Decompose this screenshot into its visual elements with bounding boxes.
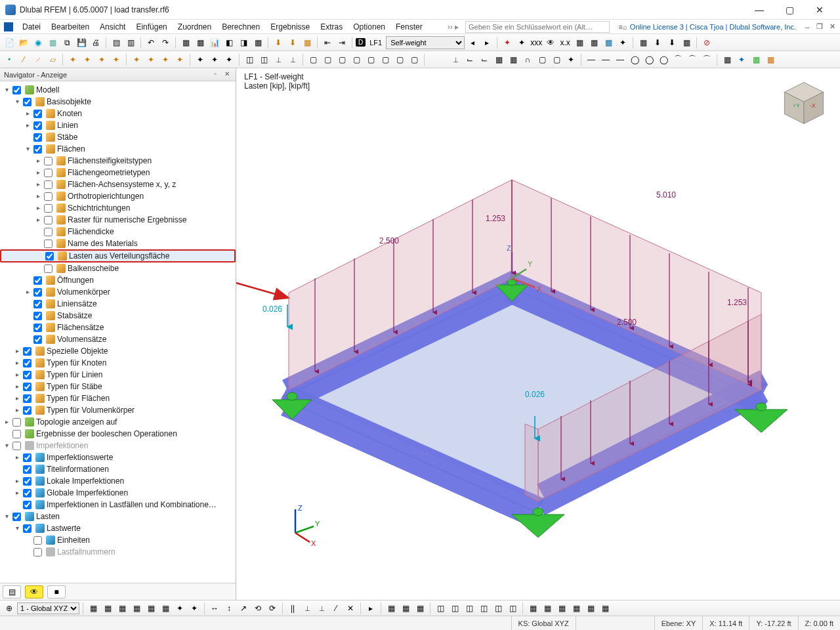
t2-s8[interactable]: ⌒: [686, 53, 699, 66]
chk-tfl[interactable]: [23, 394, 32, 403]
chk-titel[interactable]: [23, 465, 32, 474]
chk-einh[interactable]: [33, 536, 42, 545]
bb-30[interactable]: ▦: [541, 602, 554, 615]
chk-fldicke[interactable]: [44, 228, 52, 236]
result-icon[interactable]: ◧: [222, 36, 236, 49]
t2-v3[interactable]: ⌙: [478, 53, 491, 66]
chk-impk[interactable]: [23, 501, 32, 509]
table1-icon[interactable]: ▦: [179, 36, 192, 49]
bb-32[interactable]: ▦: [570, 602, 583, 615]
tree-tfl[interactable]: Typen für Flächen: [47, 392, 110, 404]
close-button[interactable]: ✕: [805, 0, 835, 20]
bb-8[interactable]: ✦: [188, 602, 201, 615]
tree-tst[interactable]: Typen für Stäbe: [47, 381, 102, 392]
maximize-button[interactable]: ▢: [774, 0, 805, 20]
t2-s9[interactable]: ⌒: [700, 53, 713, 66]
report-icon[interactable]: ▦: [251, 36, 264, 49]
tree-flortho[interactable]: Orthotropierichtungen: [68, 190, 144, 202]
bb-29[interactable]: ▦: [526, 602, 539, 615]
bb-25[interactable]: ◫: [463, 602, 476, 615]
tree-tli[interactable]: Typen für Linien: [47, 369, 102, 381]
t2-11[interactable]: ✦: [159, 53, 172, 66]
app-menu-icon[interactable]: [4, 22, 13, 32]
menu-berechnen[interactable]: Berechnen: [217, 21, 265, 33]
menu-ergebnisse[interactable]: Ergebnisse: [265, 21, 315, 33]
bb-7[interactable]: ✦: [173, 602, 186, 615]
chk-flsteif[interactable]: [44, 157, 52, 165]
t2-s1[interactable]: —: [585, 53, 598, 66]
chk-global[interactable]: [23, 489, 32, 497]
bb-26[interactable]: ◫: [477, 602, 490, 615]
vis3-icon[interactable]: xxx: [530, 36, 543, 49]
cs-icon[interactable]: ⊕: [3, 602, 16, 615]
chk-volk[interactable]: [33, 288, 42, 297]
vis1-icon[interactable]: ✦: [501, 36, 514, 49]
bb-20[interactable]: ▦: [385, 602, 398, 615]
chk-boole[interactable]: [12, 430, 21, 438]
t2-14[interactable]: ✦: [208, 53, 221, 66]
t2-7[interactable]: ✦: [95, 53, 108, 66]
tree-staebe[interactable]: Stäbe: [57, 131, 77, 143]
menu-fenster[interactable]: Fenster: [390, 21, 428, 33]
navigator-pin-icon[interactable]: ▫: [211, 70, 220, 79]
save-icon[interactable]: 💾: [75, 36, 88, 49]
tree-volsatz[interactable]: Volumensätze: [57, 333, 106, 345]
vis9-icon[interactable]: ✦: [616, 36, 629, 49]
menu-ansicht[interactable]: Ansicht: [94, 21, 131, 33]
t2-25[interactable]: ▢: [379, 53, 392, 66]
mdi-close[interactable]: ✕: [827, 22, 837, 31]
t2-g4[interactable]: ▦: [764, 53, 777, 66]
ext4-icon[interactable]: ▦: [680, 36, 693, 49]
tree-flmat[interactable]: Name des Materials: [68, 238, 138, 249]
bb-28[interactable]: ◫: [506, 602, 519, 615]
coord-system-select[interactable]: 1 - Global XYZ: [17, 602, 79, 614]
t2-18[interactable]: ⟂: [272, 53, 285, 66]
loadcase-select[interactable]: Self-weight: [386, 36, 465, 49]
tree-global[interactable]: Globale Imperfektionen: [47, 487, 128, 499]
tree-flbalken[interactable]: Balkenscheibe: [68, 262, 119, 274]
tree-flsatz[interactable]: Flächensätze: [57, 322, 104, 333]
chk-spez[interactable]: [23, 347, 32, 356]
t2-g3[interactable]: ▦: [749, 53, 763, 66]
bb-6[interactable]: ▦: [159, 602, 172, 615]
nav-tab-display[interactable]: 👁: [25, 585, 43, 598]
chk-tkn[interactable]: [23, 359, 32, 368]
vis5-icon[interactable]: x.x: [558, 36, 572, 49]
t2-6[interactable]: ✦: [81, 53, 94, 66]
navigator-tree[interactable]: ▾Modell ▾Basisobjekte ▸Knoten ▸Linien St…: [0, 81, 236, 583]
ext3-icon[interactable]: ⬇: [665, 36, 679, 49]
t2-v5[interactable]: ▦: [507, 53, 520, 66]
surface-tool-icon[interactable]: ▱: [46, 53, 59, 66]
redo-icon[interactable]: ↷: [159, 36, 172, 49]
tree-stabsatz[interactable]: Stabsätze: [57, 310, 92, 322]
chk-flschicht[interactable]: [44, 204, 52, 213]
chk-oeff[interactable]: [33, 276, 42, 285]
tree-imperf[interactable]: Imperfektionen: [36, 440, 88, 452]
menu-datei[interactable]: Datei: [17, 21, 46, 33]
t2-15[interactable]: ✦: [222, 53, 236, 66]
bb-14[interactable]: ||: [286, 602, 299, 615]
t2-v2[interactable]: ⌙: [463, 53, 476, 66]
calc-icon[interactable]: 📊: [208, 36, 221, 49]
chk-stabsatz[interactable]: [33, 312, 42, 320]
tree-linsatz[interactable]: Liniensätze: [57, 298, 97, 310]
tree-fldicke[interactable]: Flächendicke: [68, 226, 114, 238]
t2-10[interactable]: ✦: [144, 53, 158, 66]
tree-titel[interactable]: Titelinformationen: [47, 463, 109, 475]
t2-v9[interactable]: ✦: [564, 53, 578, 66]
chk-lasten[interactable]: [12, 513, 21, 521]
stop-icon[interactable]: ⊘: [700, 36, 713, 49]
t2-9[interactable]: ✦: [130, 53, 143, 66]
tree-tvk[interactable]: Typen für Volumenkörper: [47, 404, 135, 416]
bb-9[interactable]: ↔: [208, 602, 221, 615]
chk-flmat[interactable]: [44, 240, 52, 248]
tree-lastw[interactable]: Lastwerte: [47, 522, 81, 534]
t2-20[interactable]: ▢: [306, 53, 320, 66]
vis4-icon[interactable]: 👁: [544, 36, 557, 49]
bb-27[interactable]: ◫: [492, 602, 505, 615]
chk-volsatz[interactable]: [33, 335, 42, 344]
tree-basis[interactable]: Basisobjekte: [47, 96, 91, 108]
t2-22[interactable]: ▢: [335, 53, 348, 66]
tree-linien[interactable]: Linien: [57, 119, 78, 131]
bb-5[interactable]: ▦: [144, 602, 158, 615]
